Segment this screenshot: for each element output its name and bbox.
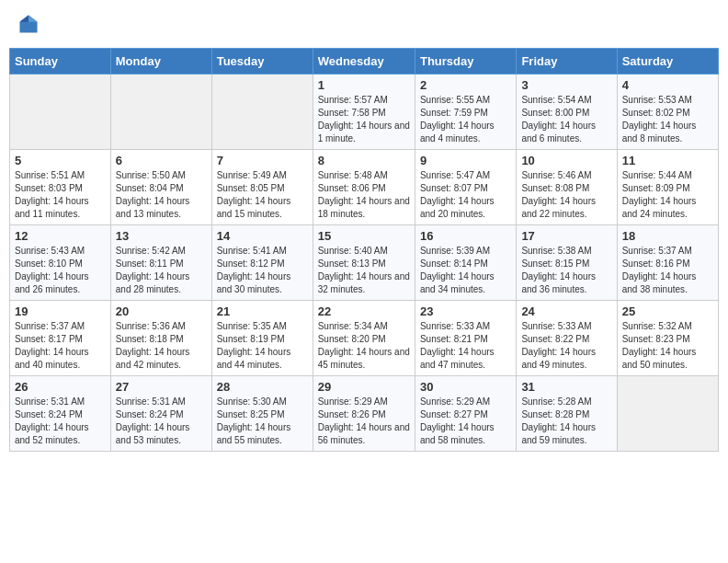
day-number: 23	[420, 304, 511, 318]
day-number: 15	[318, 229, 410, 243]
logo	[18, 14, 42, 34]
day-number: 25	[622, 304, 713, 318]
calendar-cell	[110, 75, 211, 150]
calendar-table: SundayMondayTuesdayWednesdayThursdayFrid…	[9, 48, 719, 452]
calendar-cell: 8Sunrise: 5:48 AM Sunset: 8:06 PM Daylig…	[313, 150, 415, 225]
calendar-cell: 4Sunrise: 5:53 AM Sunset: 8:02 PM Daylig…	[617, 75, 718, 150]
calendar-cell: 13Sunrise: 5:42 AM Sunset: 8:11 PM Dayli…	[110, 225, 211, 301]
day-info: Sunrise: 5:55 AM Sunset: 7:59 PM Dayligh…	[420, 94, 511, 145]
calendar-week-row: 12Sunrise: 5:43 AM Sunset: 8:10 PM Dayli…	[10, 225, 719, 301]
day-info: Sunrise: 5:31 AM Sunset: 8:24 PM Dayligh…	[116, 396, 207, 447]
day-info: Sunrise: 5:32 AM Sunset: 8:23 PM Dayligh…	[622, 320, 713, 372]
column-header-wednesday: Wednesday	[313, 49, 415, 75]
calendar-cell: 23Sunrise: 5:33 AM Sunset: 8:21 PM Dayli…	[415, 301, 516, 376]
calendar-cell: 25Sunrise: 5:32 AM Sunset: 8:23 PM Dayli…	[617, 301, 718, 376]
calendar-week-row: 5Sunrise: 5:51 AM Sunset: 8:03 PM Daylig…	[10, 150, 719, 225]
day-info: Sunrise: 5:47 AM Sunset: 8:07 PM Dayligh…	[420, 169, 511, 221]
day-info: Sunrise: 5:29 AM Sunset: 8:27 PM Dayligh…	[420, 396, 511, 447]
day-info: Sunrise: 5:49 AM Sunset: 8:05 PM Dayligh…	[217, 169, 308, 221]
day-info: Sunrise: 5:30 AM Sunset: 8:25 PM Dayligh…	[217, 396, 308, 447]
calendar-cell	[617, 376, 718, 452]
day-info: Sunrise: 5:39 AM Sunset: 8:14 PM Dayligh…	[420, 245, 511, 296]
day-number: 22	[318, 304, 410, 318]
calendar-cell: 30Sunrise: 5:29 AM Sunset: 8:27 PM Dayli…	[415, 376, 516, 452]
calendar-cell: 22Sunrise: 5:34 AM Sunset: 8:20 PM Dayli…	[313, 301, 415, 376]
column-header-tuesday: Tuesday	[211, 49, 313, 75]
column-header-saturday: Saturday	[617, 49, 718, 75]
calendar-week-row: 26Sunrise: 5:31 AM Sunset: 8:24 PM Dayli…	[10, 376, 719, 452]
calendar-cell: 15Sunrise: 5:40 AM Sunset: 8:13 PM Dayli…	[313, 225, 415, 301]
day-info: Sunrise: 5:33 AM Sunset: 8:21 PM Dayligh…	[420, 320, 511, 372]
day-number: 2	[420, 78, 511, 92]
day-info: Sunrise: 5:28 AM Sunset: 8:28 PM Dayligh…	[521, 396, 611, 447]
day-number: 13	[116, 229, 207, 243]
day-info: Sunrise: 5:51 AM Sunset: 8:03 PM Dayligh…	[15, 169, 106, 221]
calendar-cell: 19Sunrise: 5:37 AM Sunset: 8:17 PM Dayli…	[10, 301, 111, 376]
calendar-cell: 9Sunrise: 5:47 AM Sunset: 8:07 PM Daylig…	[415, 150, 516, 225]
calendar-cell: 6Sunrise: 5:50 AM Sunset: 8:04 PM Daylig…	[110, 150, 211, 225]
calendar-cell: 27Sunrise: 5:31 AM Sunset: 8:24 PM Dayli…	[110, 376, 211, 452]
day-number: 16	[420, 229, 511, 243]
day-number: 28	[217, 380, 308, 394]
calendar-cell: 17Sunrise: 5:38 AM Sunset: 8:15 PM Dayli…	[517, 225, 617, 301]
svg-marker-2	[19, 15, 28, 21]
day-number: 24	[521, 304, 611, 318]
column-header-sunday: Sunday	[10, 49, 111, 75]
day-number: 19	[15, 304, 106, 318]
calendar-cell	[211, 75, 313, 150]
calendar-cell: 2Sunrise: 5:55 AM Sunset: 7:59 PM Daylig…	[415, 75, 516, 150]
day-number: 21	[217, 304, 308, 318]
calendar-header-row: SundayMondayTuesdayWednesdayThursdayFrid…	[10, 49, 719, 75]
day-info: Sunrise: 5:33 AM Sunset: 8:22 PM Dayligh…	[521, 320, 611, 372]
logo-icon	[18, 14, 39, 34]
day-number: 29	[318, 380, 410, 394]
day-info: Sunrise: 5:35 AM Sunset: 8:19 PM Dayligh…	[217, 320, 308, 372]
day-info: Sunrise: 5:48 AM Sunset: 8:06 PM Dayligh…	[318, 169, 410, 221]
day-number: 4	[622, 78, 713, 92]
day-number: 11	[622, 154, 713, 167]
calendar-cell: 1Sunrise: 5:57 AM Sunset: 7:58 PM Daylig…	[313, 75, 415, 150]
page-header	[9, 9, 719, 39]
calendar-cell: 12Sunrise: 5:43 AM Sunset: 8:10 PM Dayli…	[10, 225, 111, 301]
column-header-thursday: Thursday	[415, 49, 516, 75]
day-number: 20	[116, 304, 207, 318]
calendar-cell: 3Sunrise: 5:54 AM Sunset: 8:00 PM Daylig…	[517, 75, 617, 150]
calendar-cell: 10Sunrise: 5:46 AM Sunset: 8:08 PM Dayli…	[517, 150, 617, 225]
calendar-cell: 20Sunrise: 5:36 AM Sunset: 8:18 PM Dayli…	[110, 301, 211, 376]
day-number: 10	[521, 154, 611, 167]
calendar-cell: 5Sunrise: 5:51 AM Sunset: 8:03 PM Daylig…	[10, 150, 111, 225]
column-header-friday: Friday	[517, 49, 617, 75]
day-info: Sunrise: 5:37 AM Sunset: 8:16 PM Dayligh…	[622, 245, 713, 296]
calendar-cell: 26Sunrise: 5:31 AM Sunset: 8:24 PM Dayli…	[10, 376, 111, 452]
day-info: Sunrise: 5:34 AM Sunset: 8:20 PM Dayligh…	[318, 320, 410, 372]
day-number: 12	[15, 229, 106, 243]
day-info: Sunrise: 5:29 AM Sunset: 8:26 PM Dayligh…	[318, 396, 410, 447]
calendar-cell	[10, 75, 111, 150]
calendar-cell: 24Sunrise: 5:33 AM Sunset: 8:22 PM Dayli…	[517, 301, 617, 376]
column-header-monday: Monday	[110, 49, 211, 75]
calendar-cell: 14Sunrise: 5:41 AM Sunset: 8:12 PM Dayli…	[211, 225, 313, 301]
day-info: Sunrise: 5:57 AM Sunset: 7:58 PM Dayligh…	[318, 94, 410, 145]
calendar-cell: 11Sunrise: 5:44 AM Sunset: 8:09 PM Dayli…	[617, 150, 718, 225]
day-info: Sunrise: 5:50 AM Sunset: 8:04 PM Dayligh…	[116, 169, 207, 221]
day-number: 8	[318, 154, 410, 167]
calendar-cell: 21Sunrise: 5:35 AM Sunset: 8:19 PM Dayli…	[211, 301, 313, 376]
svg-marker-1	[28, 15, 38, 21]
day-number: 14	[217, 229, 308, 243]
day-number: 27	[116, 380, 207, 394]
day-info: Sunrise: 5:43 AM Sunset: 8:10 PM Dayligh…	[15, 245, 106, 296]
calendar-cell: 7Sunrise: 5:49 AM Sunset: 8:05 PM Daylig…	[211, 150, 313, 225]
day-number: 5	[15, 154, 106, 167]
day-info: Sunrise: 5:36 AM Sunset: 8:18 PM Dayligh…	[116, 320, 207, 372]
day-number: 30	[420, 380, 511, 394]
day-info: Sunrise: 5:53 AM Sunset: 8:02 PM Dayligh…	[622, 94, 713, 145]
day-info: Sunrise: 5:40 AM Sunset: 8:13 PM Dayligh…	[318, 245, 410, 296]
day-info: Sunrise: 5:46 AM Sunset: 8:08 PM Dayligh…	[521, 169, 611, 221]
day-number: 31	[521, 380, 611, 394]
day-number: 3	[521, 78, 611, 92]
day-number: 1	[318, 78, 410, 92]
day-info: Sunrise: 5:41 AM Sunset: 8:12 PM Dayligh…	[217, 245, 308, 296]
calendar-cell: 18Sunrise: 5:37 AM Sunset: 8:16 PM Dayli…	[617, 225, 718, 301]
calendar-cell: 29Sunrise: 5:29 AM Sunset: 8:26 PM Dayli…	[313, 376, 415, 452]
day-info: Sunrise: 5:42 AM Sunset: 8:11 PM Dayligh…	[116, 245, 207, 296]
